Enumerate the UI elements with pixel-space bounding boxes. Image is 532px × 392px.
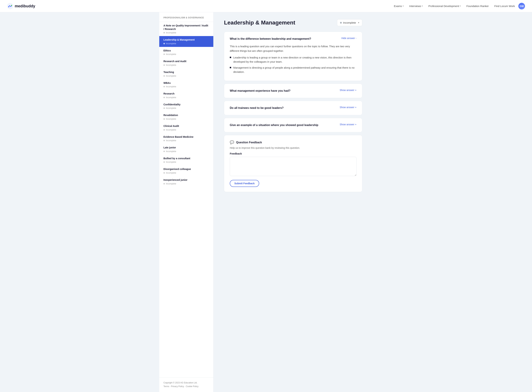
feedback-title: Question Feedback bbox=[236, 141, 262, 144]
nav-interviews[interactable]: Interviews ▾ bbox=[409, 5, 423, 8]
question-card-2: Do all trainees need to be good leaders?… bbox=[224, 101, 362, 115]
sidebar-status-dot-6 bbox=[163, 97, 165, 98]
feedback-header: 💬 Question Feedback bbox=[230, 140, 356, 145]
question-action-0[interactable]: Hide answer - bbox=[341, 37, 356, 40]
sidebar-item-status-11: Incomplete bbox=[163, 150, 209, 153]
sidebar-item-9[interactable]: Clinical Audit Incomplete bbox=[159, 122, 213, 133]
status-chevron-icon: ▾ bbox=[358, 21, 359, 24]
question-action-1[interactable]: Show answer + bbox=[340, 89, 356, 92]
sidebar-status-dot-3 bbox=[163, 64, 165, 66]
cookie-link[interactable]: Cookie Policy bbox=[186, 385, 198, 388]
sidebar-item-4[interactable]: Teaching Incomplete bbox=[159, 68, 213, 79]
avatar[interactable]: GW bbox=[518, 3, 525, 9]
question-card-1: What management experience have you had?… bbox=[224, 84, 362, 98]
sidebar-item-0[interactable]: A Note on Quality Improvement / Audit / … bbox=[159, 22, 213, 36]
sidebar-status-dot-2 bbox=[163, 54, 165, 55]
answer-bullets-0: Leadership is leading a group or team in… bbox=[230, 56, 356, 74]
sidebar: Professionalism & Governance A Note on Q… bbox=[159, 12, 214, 392]
sidebar-list: A Note on Quality Improvement / Audit / … bbox=[159, 22, 213, 377]
question-text-0: What is the difference between leadershi… bbox=[230, 37, 311, 41]
answer-bullet-0-1: Management is directing a group of peopl… bbox=[230, 66, 356, 74]
sidebar-item-title-3: Research and Audit bbox=[163, 60, 209, 63]
feedback-textarea[interactable] bbox=[230, 157, 356, 176]
logo[interactable]: medibuddy bbox=[7, 3, 35, 9]
sidebar-item-status-9: Incomplete bbox=[163, 129, 209, 131]
question-action-3[interactable]: Show answer + bbox=[340, 123, 356, 126]
sidebar-item-title-12: Bullied by a consultant bbox=[163, 157, 209, 160]
content-header: Leadership & Management Incomplete ▾ bbox=[224, 19, 362, 26]
question-header-1: What management experience have you had?… bbox=[230, 89, 356, 93]
sidebar-status-dot-12 bbox=[163, 161, 165, 163]
nav-foundation-ranker[interactable]: Foundation Ranker bbox=[466, 5, 489, 8]
sidebar-item-title-10: Evidence Based Medicine bbox=[163, 135, 209, 139]
sidebar-item-status-6: Incomplete bbox=[163, 96, 209, 99]
page-title: Leadership & Management bbox=[224, 19, 295, 26]
sidebar-item-5[interactable]: WBAs Incomplete bbox=[159, 79, 213, 90]
sidebar-item-3[interactable]: Research and Audit Incomplete bbox=[159, 58, 213, 68]
answer-content-0: This is a leading question and you can e… bbox=[230, 44, 356, 74]
sidebar-item-status-2: Incomplete bbox=[163, 53, 209, 56]
sidebar-item-status-10: Incomplete bbox=[163, 139, 209, 142]
sidebar-item-12[interactable]: Bullied by a consultant Incomplete bbox=[159, 155, 213, 166]
sidebar-item-2[interactable]: Ethics Incomplete bbox=[159, 47, 213, 58]
sidebar-status-dot-14 bbox=[163, 183, 165, 184]
submit-feedback-button[interactable]: Submit Feedback bbox=[230, 180, 259, 187]
sidebar-status-dot-9 bbox=[163, 129, 165, 131]
privacy-link[interactable]: Privacy Policy bbox=[171, 385, 184, 388]
question-card-0: What is the difference between leadershi… bbox=[224, 32, 362, 81]
feedback-label: Feedback bbox=[230, 152, 356, 155]
sidebar-item-title-11: Late junior bbox=[163, 146, 209, 149]
sidebar-item-7[interactable]: Confidentiality Incomplete bbox=[159, 101, 213, 112]
bullet-icon bbox=[230, 67, 231, 68]
sidebar-item-title-13: Disorganised colleague bbox=[163, 168, 209, 171]
sidebar-item-title-9: Clinical Audit bbox=[163, 124, 209, 128]
sidebar-item-title-6: Research bbox=[163, 92, 209, 96]
sidebar-status-dot-0 bbox=[163, 32, 165, 33]
question-card-3: Give an example of a situation where you… bbox=[224, 118, 362, 132]
question-header-3: Give an example of a situation where you… bbox=[230, 123, 356, 127]
sidebar-item-title-2: Ethics bbox=[163, 49, 209, 52]
questions-container: What is the difference between leadershi… bbox=[224, 32, 362, 132]
sidebar-item-status-5: Incomplete bbox=[163, 85, 209, 88]
nav-exams[interactable]: Exams ▾ bbox=[394, 5, 404, 8]
sidebar-item-status-8: Incomplete bbox=[163, 118, 209, 120]
sidebar-item-11[interactable]: Late junior Incomplete bbox=[159, 144, 213, 155]
nav-find-locum-work[interactable]: Find Locum Work bbox=[494, 5, 515, 8]
question-text-2: Do all trainees need to be good leaders? bbox=[230, 106, 284, 110]
nav-professional-development[interactable]: Professional Development ▾ bbox=[428, 5, 461, 8]
status-label: Incomplete bbox=[343, 21, 356, 24]
sidebar-category: Professionalism & Governance bbox=[159, 16, 213, 22]
status-badge[interactable]: Incomplete ▾ bbox=[337, 19, 362, 26]
sidebar-item-1[interactable]: Leadership & Management Incomplete bbox=[159, 36, 213, 47]
sidebar-status-dot-11 bbox=[163, 151, 165, 152]
sidebar-item-status-0: Incomplete bbox=[163, 32, 209, 34]
sidebar-item-status-12: Incomplete bbox=[163, 161, 209, 163]
sidebar-item-title-14: Inexperienced junior bbox=[163, 178, 209, 182]
sidebar-item-10[interactable]: Evidence Based Medicine Incomplete bbox=[159, 133, 213, 144]
sidebar-item-title-4: Teaching bbox=[163, 70, 209, 74]
sidebar-item-title-7: Confidentiality bbox=[163, 103, 209, 106]
sidebar-footer: Copyright © 2023 AG Education Ltd. Terms… bbox=[159, 377, 213, 392]
sidebar-item-13[interactable]: Disorganised colleague Incomplete bbox=[159, 165, 213, 176]
sidebar-status-dot-4 bbox=[163, 75, 165, 77]
logo-text: medibuddy bbox=[15, 4, 35, 8]
bullet-icon bbox=[230, 57, 231, 58]
question-text-1: What management experience have you had? bbox=[230, 89, 290, 93]
sidebar-item-title-5: WBAs bbox=[163, 81, 209, 85]
feedback-card: 💬 Question Feedback Help us to improve t… bbox=[224, 135, 362, 192]
sidebar-item-6[interactable]: Research Incomplete bbox=[159, 90, 213, 101]
question-action-2[interactable]: Show answer + bbox=[340, 106, 356, 109]
sidebar-item-14[interactable]: Inexperienced junior Incomplete bbox=[159, 176, 213, 187]
copyright-text: Copyright © 2023 AG Education Ltd. bbox=[163, 381, 209, 385]
main-nav: Exams ▾ Interviews ▾ Professional Develo… bbox=[394, 5, 515, 8]
sidebar-item-status-13: Incomplete bbox=[163, 172, 209, 174]
sidebar-item-8[interactable]: Revalidation Incomplete bbox=[159, 112, 213, 122]
terms-link[interactable]: Terms bbox=[163, 385, 169, 388]
sidebar-item-title-8: Revalidation bbox=[163, 114, 209, 117]
sidebar-item-status-1: Incomplete bbox=[163, 42, 209, 45]
answer-intro-0: This is a leading question and you can e… bbox=[230, 44, 356, 53]
sidebar-status-dot-10 bbox=[163, 140, 165, 141]
sidebar-status-dot-13 bbox=[163, 172, 165, 174]
question-header-2: Do all trainees need to be good leaders?… bbox=[230, 106, 356, 110]
feedback-icon: 💬 bbox=[230, 140, 234, 145]
